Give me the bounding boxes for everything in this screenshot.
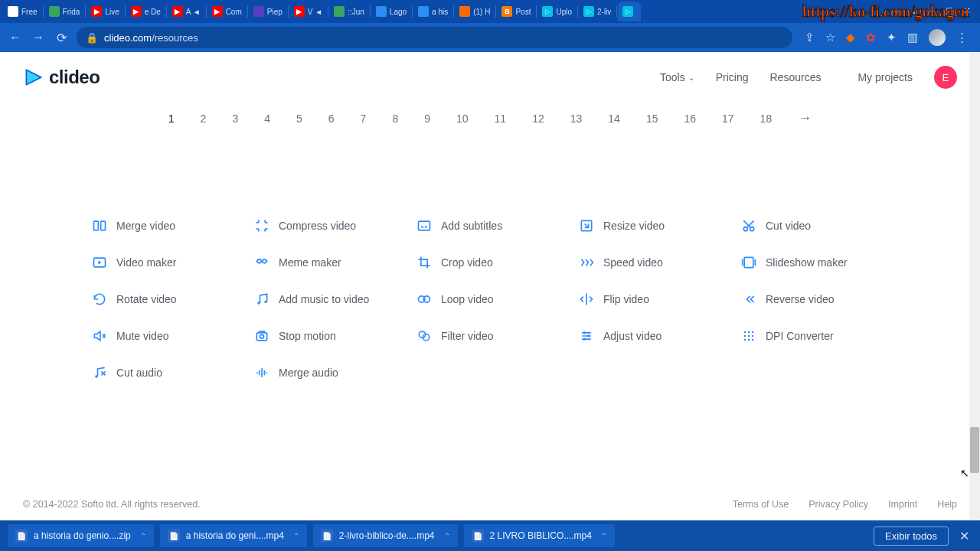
browser-tab[interactable]: ▷2-liv [579, 2, 616, 21]
download-item[interactable]: 📄a historia do genio....zip⌃ [8, 524, 154, 547]
page-number[interactable]: 16 [684, 112, 696, 125]
page-number[interactable]: 6 [328, 112, 335, 125]
adjust-icon [579, 328, 594, 344]
page-number[interactable]: 15 [646, 112, 658, 125]
side-panel-icon[interactable]: ▥ [907, 31, 918, 44]
maker-icon [92, 255, 107, 270]
browser-tab[interactable]: ▶Com [207, 2, 247, 21]
extension-icon-1[interactable]: ◆ [846, 31, 855, 44]
extension-icon-2[interactable]: ✿ [866, 31, 876, 44]
page-number[interactable]: 14 [608, 112, 620, 125]
page-number[interactable]: 13 [570, 112, 583, 125]
page-number[interactable]: 3 [232, 112, 238, 125]
tool-mute[interactable]: Mute video [92, 328, 239, 344]
window-minimize[interactable]: — [927, 5, 936, 18]
browser-tab[interactable]: ▶A ◄ [168, 2, 205, 21]
footer-help[interactable]: Help [937, 499, 957, 510]
chevron-up-icon[interactable]: ⌃ [137, 532, 146, 540]
browser-tab[interactable]: ▷Uplo [537, 2, 577, 21]
page-number[interactable]: 8 [392, 112, 398, 125]
page-number[interactable]: 2 [201, 112, 207, 125]
nav-pricing[interactable]: Pricing [716, 71, 749, 83]
address-bar[interactable]: 🔒 clideo.com/resources [77, 27, 792, 48]
tool-crop[interactable]: Crop video [416, 255, 564, 270]
page-number[interactable]: 1 [168, 112, 175, 125]
page-number[interactable]: 18 [760, 112, 773, 125]
bookmark-icon[interactable]: ☆ [825, 31, 835, 44]
tool-maker[interactable]: Video maker [92, 255, 239, 270]
tool-adjust[interactable]: Adjust video [579, 328, 726, 344]
tool-filter[interactable]: Filter video [416, 328, 564, 344]
tool-loop[interactable]: Loop video [416, 292, 564, 307]
tool-resize[interactable]: Resize video [579, 218, 726, 233]
tool-subtitles[interactable]: Add subtitles [416, 218, 564, 233]
browser-tab[interactable]: Frida [44, 2, 85, 21]
scrollbar-thumb[interactable] [970, 427, 979, 473]
tab-overflow-button[interactable]: ⌄ [910, 5, 918, 18]
tool-reverse[interactable]: Reverse video [741, 292, 888, 307]
chrome-menu-icon[interactable]: ⋮ [956, 31, 968, 44]
footer-terms[interactable]: Terms of Use [733, 499, 789, 510]
tool-mergeaudio[interactable]: Merge audio [254, 365, 401, 380]
new-tab-button[interactable]: ＋ [892, 5, 901, 18]
page-number[interactable]: 10 [456, 112, 469, 125]
tool-cut[interactable]: Cut video [741, 218, 888, 233]
tool-speed[interactable]: Speed video [579, 255, 726, 270]
tool-meme[interactable]: Meme maker [254, 255, 401, 270]
footer-imprint[interactable]: Imprint [888, 499, 917, 510]
nav-my-projects[interactable]: My projects [858, 71, 913, 83]
page-number[interactable]: 17 [722, 112, 734, 125]
page-number[interactable]: 9 [424, 112, 430, 125]
browser-tab[interactable]: Piep [249, 2, 287, 21]
window-maximize[interactable]: ▢ [946, 5, 954, 18]
reload-button[interactable]: ⟳ [54, 31, 69, 45]
browser-tab[interactable]: Free [3, 2, 42, 21]
extensions-button[interactable]: ✦ [887, 31, 897, 44]
site-logo[interactable]: clideo [23, 67, 100, 88]
browser-tab[interactable]: BPost [497, 2, 535, 21]
chevron-up-icon[interactable]: ⌃ [441, 532, 450, 540]
tool-music[interactable]: Add music to video [254, 292, 401, 307]
download-item[interactable]: 📄2-livro-biblico-de....mp4⌃ [313, 524, 458, 547]
tool-stopmotion[interactable]: Stop motion [254, 328, 401, 344]
forward-button[interactable]: → [31, 31, 46, 44]
chevron-up-icon[interactable]: ⌃ [290, 532, 299, 540]
download-item[interactable]: 📄2 LIVRO BIBLICO....mp4⌃ [464, 524, 615, 547]
page-number[interactable]: 12 [532, 112, 544, 125]
footer-privacy[interactable]: Privacy Policy [808, 499, 868, 510]
tool-dpi[interactable]: DPI Converter [741, 328, 888, 344]
tool-merge[interactable]: Merge video [92, 218, 239, 233]
tool-rotate[interactable]: Rotate video [92, 292, 239, 307]
browser-tab[interactable]: ▶e De [126, 2, 165, 21]
downloads-show-all-button[interactable]: Exibir todos [874, 527, 949, 546]
browser-tab[interactable]: ▶Live [87, 2, 123, 21]
user-avatar[interactable]: E [934, 66, 957, 89]
page-content: clideo Tools ⌄ Pricing Resources My proj… [0, 52, 980, 520]
page-number[interactable]: 11 [495, 112, 507, 125]
download-item[interactable]: 📄a historia do geni....mp4⌃ [160, 524, 307, 547]
browser-tab[interactable]: ▷ [618, 2, 641, 21]
browser-tab[interactable]: ▶V ◄ [289, 2, 327, 21]
tool-label: Reverse video [766, 293, 835, 305]
vertical-scrollbar[interactable] [969, 52, 980, 520]
tool-slideshow[interactable]: Slideshow maker [741, 255, 888, 270]
page-number[interactable]: 5 [296, 112, 302, 125]
downloads-close-button[interactable]: ✕ [956, 529, 972, 543]
window-close[interactable]: ✕ [963, 5, 971, 18]
page-number[interactable]: 7 [361, 112, 367, 125]
tool-cutaudio[interactable]: Cut audio [92, 365, 239, 380]
browser-tab[interactable]: a his [413, 2, 452, 21]
browser-tab[interactable]: (1) H [455, 2, 495, 21]
tool-flip[interactable]: Flip video [579, 292, 726, 307]
browser-tab[interactable]: ::Jun [329, 2, 369, 21]
tool-compress[interactable]: Compress video [254, 218, 401, 233]
browser-tab[interactable]: Lago [371, 2, 411, 21]
page-number[interactable]: 4 [264, 112, 270, 125]
chevron-up-icon[interactable]: ⌃ [598, 532, 607, 540]
nav-tools[interactable]: Tools ⌄ [660, 71, 694, 83]
back-button[interactable]: ← [8, 31, 23, 44]
share-icon[interactable]: ⇪ [805, 31, 815, 44]
pagination-next[interactable]: → [798, 110, 812, 126]
profile-avatar[interactable] [929, 29, 946, 46]
nav-resources[interactable]: Resources [770, 71, 822, 83]
